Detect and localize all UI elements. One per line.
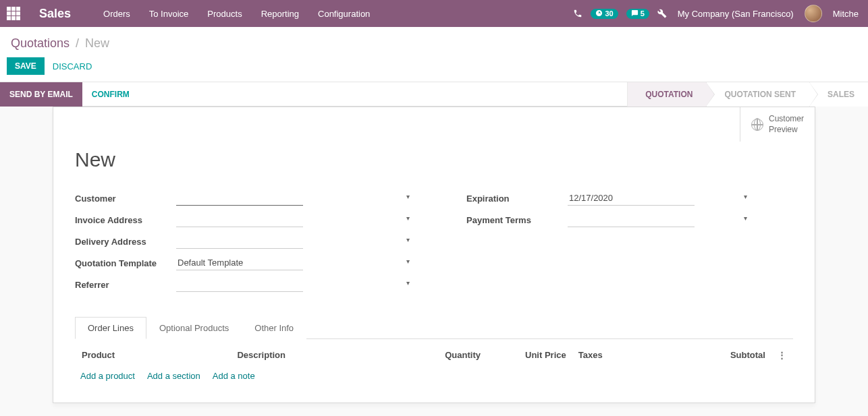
preview-line2: Preview: [769, 125, 798, 134]
menu-orders[interactable]: Orders: [101, 9, 133, 19]
label-expiration: Expiration: [466, 194, 568, 204]
debug-icon[interactable]: [657, 9, 667, 18]
message-count: 5: [641, 9, 645, 18]
sheet-body: New Customer Invoice Address Delivery Ad…: [53, 142, 815, 403]
form-col-right: Expiration Payment Terms: [466, 190, 750, 298]
action-bar: SEND BY EMAIL CONFIRM QUOTATION QUOTATIO…: [0, 82, 868, 107]
delivery-address-field[interactable]: [176, 234, 303, 249]
send-by-email-button[interactable]: SEND BY EMAIL: [0, 82, 82, 107]
breadcrumb-sep: /: [76, 36, 79, 50]
button-row: SAVE DISCARD: [0, 57, 868, 82]
form-sheet: Customer Preview New Customer Invoice Ad…: [53, 107, 815, 403]
breadcrumb: Quotations / New: [0, 27, 868, 57]
add-note-link[interactable]: Add a note: [213, 371, 255, 381]
form-col-left: Customer Invoice Address Delivery Addres…: [75, 190, 412, 298]
record-title: New: [75, 148, 793, 171]
label-invoice-address: Invoice Address: [75, 215, 176, 225]
add-product-link[interactable]: Add a product: [80, 371, 135, 381]
order-lines-table: Product Description Quantity Unit Price …: [75, 345, 793, 365]
add-section-link[interactable]: Add a section: [147, 371, 200, 381]
th-product: Product: [76, 346, 230, 364]
statusbar: QUOTATION QUOTATION SENT SALES: [627, 82, 868, 107]
th-subtotal: Subtotal: [672, 346, 771, 364]
menu-products[interactable]: Products: [205, 9, 244, 19]
th-taxes: Taxes: [573, 346, 672, 364]
tabs: Order Lines Optional Products Other Info: [75, 317, 793, 339]
referrer-field[interactable]: [176, 277, 303, 292]
navbar-right: 30 5 My Company (San Francisco) Mitche: [573, 5, 861, 22]
label-delivery-address: Delivery Address: [75, 237, 176, 247]
top-navbar: Sales Orders To Invoice Products Reporti…: [0, 0, 868, 27]
message-badge[interactable]: 5: [626, 9, 649, 19]
menu-to-invoice[interactable]: To Invoice: [146, 9, 192, 19]
customer-field[interactable]: [176, 191, 303, 206]
status-sales[interactable]: SALES: [809, 82, 868, 107]
discard-button[interactable]: DISCARD: [53, 61, 92, 71]
form-columns: Customer Invoice Address Delivery Addres…: [75, 190, 793, 298]
save-button[interactable]: SAVE: [7, 57, 45, 75]
quotation-template-field[interactable]: [176, 256, 303, 270]
globe-icon: [751, 119, 763, 131]
preview-line1: Customer: [769, 114, 804, 123]
apps-icon[interactable]: [7, 7, 20, 20]
status-quotation[interactable]: QUOTATION: [627, 82, 706, 107]
activity-count: 30: [605, 9, 613, 18]
sheet-wrap: Customer Preview New Customer Invoice Ad…: [0, 107, 868, 403]
menu-reporting[interactable]: Reporting: [259, 9, 302, 19]
navbar-left: Sales Orders To Invoice Products Reporti…: [7, 7, 373, 21]
label-referrer: Referrer: [75, 280, 176, 290]
tab-order-lines[interactable]: Order Lines: [75, 317, 146, 339]
action-bar-left: SEND BY EMAIL CONFIRM: [0, 82, 139, 107]
column-options-icon[interactable]: ⋮: [778, 350, 786, 360]
activity-badge[interactable]: 30: [591, 9, 618, 19]
breadcrumb-root[interactable]: Quotations: [11, 36, 70, 50]
control-region: Quotations / New SAVE DISCARD: [0, 27, 868, 82]
th-quantity: Quantity: [402, 346, 486, 364]
sheet-header: Customer Preview: [53, 107, 815, 142]
user-name[interactable]: Mitche: [830, 9, 861, 19]
expiration-field[interactable]: [568, 191, 695, 206]
th-description: Description: [232, 346, 400, 364]
tab-other-info[interactable]: Other Info: [242, 317, 306, 339]
confirm-button[interactable]: CONFIRM: [82, 82, 139, 107]
invoice-address-field[interactable]: [176, 212, 303, 227]
label-payment-terms: Payment Terms: [466, 215, 568, 225]
menu-configuration[interactable]: Configuration: [315, 9, 373, 19]
table-action-links: Add a product Add a section Add a note: [75, 365, 793, 386]
app-brand[interactable]: Sales: [39, 7, 71, 21]
avatar[interactable]: [805, 5, 822, 22]
th-unit-price: Unit Price: [487, 346, 572, 364]
label-quotation-template: Quotation Template: [75, 258, 176, 268]
breadcrumb-current: New: [85, 36, 109, 50]
company-selector[interactable]: My Company (San Francisco): [675, 9, 796, 19]
payment-terms-field[interactable]: [568, 212, 695, 227]
label-customer: Customer: [75, 194, 176, 204]
status-quotation-sent[interactable]: QUOTATION SENT: [706, 82, 809, 107]
customer-preview-button[interactable]: Customer Preview: [740, 107, 815, 142]
tab-optional-products[interactable]: Optional Products: [146, 317, 242, 339]
phone-icon[interactable]: [573, 9, 582, 18]
